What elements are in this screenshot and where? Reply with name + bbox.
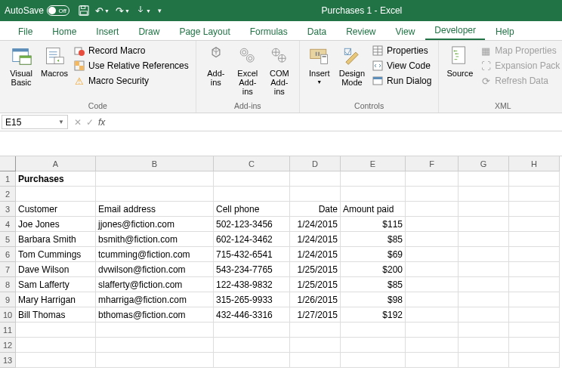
- cell-B5[interactable]: bsmith@fiction.com: [96, 232, 214, 247]
- cell-G11[interactable]: [459, 323, 509, 338]
- undo-icon[interactable]: ↶▼: [95, 5, 110, 17]
- cell-G4[interactable]: [459, 217, 509, 232]
- tab-review[interactable]: Review: [337, 23, 384, 40]
- cell-G7[interactable]: [459, 262, 509, 277]
- row-header-1[interactable]: 1: [0, 171, 16, 187]
- tab-home[interactable]: Home: [43, 23, 85, 40]
- cell-C6[interactable]: 715-432-6541: [214, 247, 290, 262]
- cell-D5[interactable]: 1/24/2015: [290, 232, 341, 247]
- redo-icon[interactable]: ↷▼: [116, 5, 130, 17]
- cell-B12[interactable]: [96, 338, 214, 353]
- cell-G3[interactable]: [459, 202, 509, 217]
- col-header-D[interactable]: D: [290, 156, 341, 171]
- cell-D7[interactable]: 1/25/2015: [290, 262, 341, 277]
- cell-E10[interactable]: $192: [341, 307, 406, 323]
- cell-E11[interactable]: [341, 323, 406, 338]
- cell-E13[interactable]: [341, 353, 406, 368]
- use-relative-refs-button[interactable]: Use Relative References: [71, 58, 191, 73]
- formula-input[interactable]: [110, 113, 562, 131]
- qat-customize-icon[interactable]: ▾: [157, 7, 162, 14]
- cell-B11[interactable]: [96, 323, 214, 338]
- tab-insert[interactable]: Insert: [87, 23, 128, 40]
- cell-C12[interactable]: [214, 338, 290, 353]
- cell-F7[interactable]: [406, 262, 459, 277]
- cell-C3[interactable]: Cell phone: [214, 202, 290, 217]
- select-all-corner[interactable]: [0, 156, 16, 171]
- cell-A7[interactable]: Dave Wilson: [16, 262, 96, 277]
- cell-A1[interactable]: Purchases: [16, 171, 96, 187]
- row-header-3[interactable]: 3: [0, 202, 16, 217]
- cell-D10[interactable]: 1/27/2015: [290, 307, 341, 323]
- source-button[interactable]: Source: [443, 43, 476, 101]
- cell-D12[interactable]: [290, 338, 341, 353]
- cell-G13[interactable]: [459, 353, 509, 368]
- row-header-5[interactable]: 5: [0, 232, 16, 247]
- cell-F12[interactable]: [406, 338, 459, 353]
- cell-C9[interactable]: 315-265-9933: [214, 292, 290, 307]
- row-header-9[interactable]: 9: [0, 292, 16, 307]
- cell-G9[interactable]: [459, 292, 509, 307]
- cell-H12[interactable]: [509, 338, 560, 353]
- cell-D1[interactable]: [290, 171, 341, 187]
- cell-B2[interactable]: [96, 187, 214, 202]
- cell-B13[interactable]: [96, 353, 214, 368]
- macros-button[interactable]: Macros: [39, 43, 69, 101]
- cell-B4[interactable]: jjones@fiction.com: [96, 217, 214, 232]
- save-icon[interactable]: [79, 5, 89, 16]
- cell-E6[interactable]: $69: [341, 247, 406, 262]
- cell-A6[interactable]: Tom Cummings: [16, 247, 96, 262]
- tab-help[interactable]: Help: [486, 23, 523, 40]
- cell-A2[interactable]: [16, 187, 96, 202]
- run-dialog-button[interactable]: Run Dialog: [369, 73, 434, 88]
- cell-H11[interactable]: [509, 323, 560, 338]
- cell-H5[interactable]: [509, 232, 560, 247]
- cell-G6[interactable]: [459, 247, 509, 262]
- row-header-4[interactable]: 4: [0, 217, 16, 232]
- addins-button[interactable]: Add- ins: [201, 43, 231, 101]
- cell-H10[interactable]: [509, 307, 560, 323]
- cell-A3[interactable]: Customer: [16, 202, 96, 217]
- fx-icon[interactable]: fx: [98, 117, 105, 128]
- expansion-packs-button[interactable]: ⛶Expansion Pack: [477, 58, 562, 73]
- cell-A11[interactable]: [16, 323, 96, 338]
- cell-F1[interactable]: [406, 171, 459, 187]
- autosave-toggle[interactable]: AutoSave Off: [5, 5, 69, 16]
- cell-A9[interactable]: Mary Harrigan: [16, 292, 96, 307]
- col-header-F[interactable]: F: [406, 156, 459, 171]
- cell-B10[interactable]: bthomas@fiction.com: [96, 307, 214, 323]
- cell-B6[interactable]: tcumming@fiction.com: [96, 247, 214, 262]
- cell-F4[interactable]: [406, 217, 459, 232]
- record-macro-button[interactable]: Record Macro: [71, 43, 191, 58]
- tab-formulas[interactable]: Formulas: [241, 23, 297, 40]
- row-header-13[interactable]: 13: [0, 353, 16, 368]
- cell-G12[interactable]: [459, 338, 509, 353]
- cell-C13[interactable]: [214, 353, 290, 368]
- cell-D13[interactable]: [290, 353, 341, 368]
- cell-F9[interactable]: [406, 292, 459, 307]
- enter-icon[interactable]: ✓: [86, 117, 94, 128]
- cell-A12[interactable]: [16, 338, 96, 353]
- spreadsheet-grid[interactable]: ABCDEFGH1Purchases23CustomerEmail addres…: [0, 156, 562, 368]
- cell-E2[interactable]: [341, 187, 406, 202]
- macro-security-button[interactable]: ⚠Macro Security: [71, 73, 191, 88]
- com-addins-button[interactable]: COM Add-ins: [264, 43, 295, 101]
- cell-G2[interactable]: [459, 187, 509, 202]
- cell-C11[interactable]: [214, 323, 290, 338]
- insert-control-button[interactable]: Insert▼: [304, 43, 335, 101]
- cell-H2[interactable]: [509, 187, 560, 202]
- cell-D2[interactable]: [290, 187, 341, 202]
- cell-E5[interactable]: $85: [341, 232, 406, 247]
- cell-C10[interactable]: 432-446-3316: [214, 307, 290, 323]
- cancel-icon[interactable]: ✕: [74, 117, 82, 128]
- cell-A13[interactable]: [16, 353, 96, 368]
- cell-F10[interactable]: [406, 307, 459, 323]
- cell-C4[interactable]: 502-123-3456: [214, 217, 290, 232]
- cell-F2[interactable]: [406, 187, 459, 202]
- cell-H1[interactable]: [509, 171, 560, 187]
- refresh-data-button[interactable]: ⟳Refresh Data: [477, 73, 562, 88]
- cell-D8[interactable]: 1/25/2015: [290, 277, 341, 292]
- cell-C8[interactable]: 122-438-9832: [214, 277, 290, 292]
- col-header-C[interactable]: C: [214, 156, 290, 171]
- cell-G8[interactable]: [459, 277, 509, 292]
- cell-D9[interactable]: 1/26/2015: [290, 292, 341, 307]
